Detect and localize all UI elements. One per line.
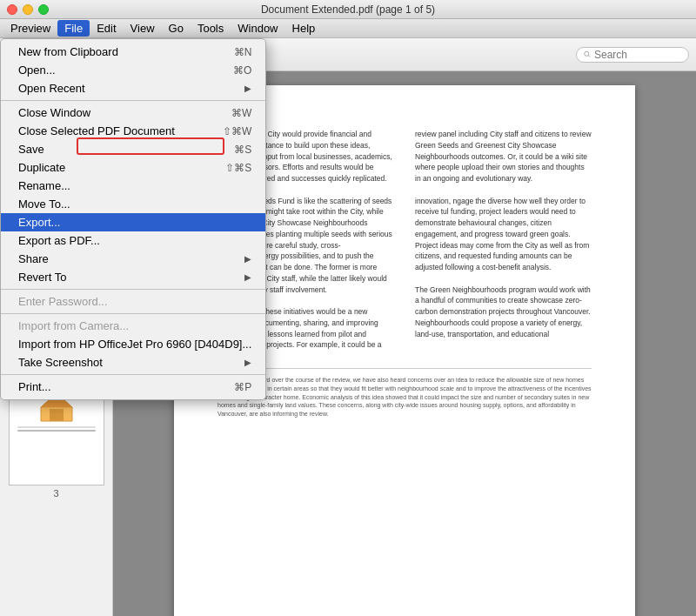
menu-label: Enter Password... [18, 295, 108, 308]
submenu-arrow-icon: ▶ [244, 84, 251, 93]
shortcut: ⌘O [233, 64, 251, 77]
menu-item-close-pdf[interactable]: Close Selected PDF Document ⇧⌘W [1, 122, 265, 140]
shortcut: ⌘S [234, 144, 251, 156]
menu-label: Share [18, 252, 49, 265]
menu-item-move-to[interactable]: Move To... [1, 195, 265, 213]
separator-3 [1, 313, 265, 314]
traffic-lights [7, 4, 49, 15]
shortcut: ⇧⌘W [223, 125, 251, 137]
menu-preview[interactable]: Preview [3, 20, 57, 37]
menu-label: Rename... [18, 179, 70, 192]
menu-label: Close Selected PDF Document [18, 124, 175, 137]
search-input[interactable] [594, 49, 681, 61]
menu-item-import-camera[interactable]: Import from Camera... [1, 317, 265, 335]
page-text: programs. The City would provide financi… [218, 129, 592, 351]
menu-go[interactable]: Go [162, 20, 191, 37]
separator-2 [1, 289, 265, 290]
minimize-button[interactable] [23, 4, 33, 15]
pdf-col2b: innovation, ngage the diverse how well t… [415, 196, 592, 273]
menu-item-revert[interactable]: Revert To ▶ [1, 268, 265, 286]
submenu-arrow-icon: ▶ [244, 272, 251, 282]
menu-label: Print... [18, 380, 51, 393]
separator-4 [1, 374, 265, 375]
menu-label: Export as PDF... [18, 234, 100, 247]
menu-label: Move To... [18, 198, 70, 211]
menu-item-rename[interactable]: Rename... [1, 177, 265, 195]
menu-window[interactable]: Window [231, 20, 284, 37]
pdf-footnote: * What we've heard over the course of th… [218, 368, 592, 418]
menu-item-duplicate[interactable]: Duplicate ⇧⌘S [1, 158, 265, 177]
menu-label: Open... [18, 64, 56, 77]
menu-label: Import from Camera... [18, 319, 129, 332]
menu-file[interactable]: File [57, 20, 90, 37]
file-menu-dropdown: New from Clipboard ⌘N Open... ⌘O Open Re… [0, 38, 266, 400]
menu-edit[interactable]: Edit [90, 20, 123, 37]
window-title: Document Extended.pdf (page 1 of 5) [261, 3, 435, 16]
menu-label: Revert To [18, 271, 66, 284]
menu-item-share[interactable]: Share ▶ [1, 250, 265, 268]
menu-label: Open Recent [18, 82, 85, 95]
menu-label: Export... [18, 216, 60, 229]
shortcut: ⌘N [234, 46, 252, 58]
dropdown-menu: New from Clipboard ⌘N Open... ⌘O Open Re… [0, 38, 266, 400]
thumbnail-number-3: 3 [9, 488, 104, 499]
titlebar: Document Extended.pdf (page 1 of 5) [0, 0, 696, 19]
menu-label: Close Window [18, 106, 90, 119]
pdf-col2c: The Green Neighbourhoods program would w… [415, 285, 592, 340]
menu-view[interactable]: View [124, 20, 162, 37]
shortcut: ⇧⌘S [225, 162, 251, 174]
maximize-button[interactable] [38, 4, 49, 15]
separator-1 [1, 100, 265, 101]
svg-rect-16 [50, 409, 64, 421]
submenu-arrow-icon: ▶ [244, 358, 251, 367]
menu-item-new-clipboard[interactable]: New from Clipboard ⌘N [1, 43, 265, 61]
menu-tools[interactable]: Tools [191, 20, 231, 37]
menu-item-close-window[interactable]: Close Window ⌘W [1, 104, 265, 122]
menu-item-save[interactable]: Save ⌘S [1, 140, 265, 158]
menu-label: Take Screenshot [18, 356, 103, 369]
menu-item-export[interactable]: Export... [1, 213, 265, 231]
menu-item-open-recent[interactable]: Open Recent ▶ [1, 79, 265, 97]
svg-line-14 [588, 56, 590, 57]
menu-label: Save [18, 143, 44, 156]
menu-item-enter-password[interactable]: Enter Password... [1, 292, 265, 311]
shortcut: ⌘W [231, 107, 251, 119]
shortcut: ⌘P [234, 381, 251, 393]
menu-item-print[interactable]: Print... ⌘P [1, 378, 265, 396]
search-bar[interactable] [576, 47, 689, 63]
svg-point-13 [585, 51, 589, 56]
submenu-arrow-icon: ▶ [244, 254, 251, 264]
menu-item-export-pdf[interactable]: Export as PDF... [1, 231, 265, 250]
menubar: Preview File Edit View Go Tools Window H… [0, 19, 696, 38]
menu-label: New from Clipboard [18, 45, 118, 58]
menu-label: Duplicate [18, 161, 65, 174]
menu-item-import-hp[interactable]: Import from HP OfficeJet Pro 6960 [D404D… [1, 335, 265, 353]
menu-help[interactable]: Help [285, 20, 323, 37]
menu-label: Import from HP OfficeJet Pro 6960 [D404D… [18, 338, 251, 351]
menu-item-open[interactable]: Open... ⌘O [1, 61, 265, 79]
close-button[interactable] [7, 4, 17, 15]
menu-item-take-screenshot[interactable]: Take Screenshot ▶ [1, 353, 265, 372]
